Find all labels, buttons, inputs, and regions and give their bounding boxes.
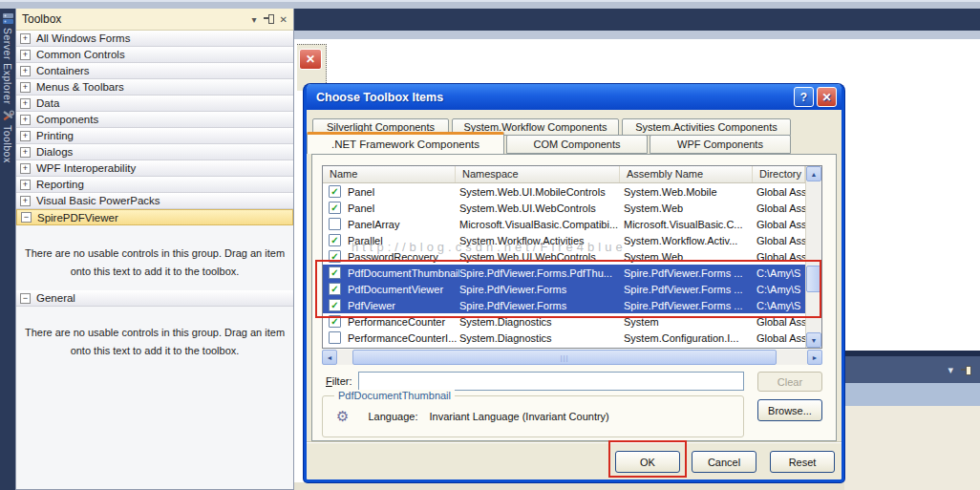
chevron-down-icon[interactable]: ▾ [948, 364, 953, 376]
toolbox-category-label: Reporting [36, 179, 84, 190]
cell-assembly: Spire.PdfViewer.Forms ... [624, 284, 756, 295]
toolbox-category-components[interactable]: +Components [16, 112, 293, 128]
browse-button[interactable]: Browse... [757, 399, 822, 421]
tab-wpf-components[interactable]: WPF Components [650, 135, 791, 154]
expand-icon[interactable]: + [20, 115, 31, 125]
table-row[interactable]: ✓PdfDocumentViewerSpire.PdfViewer.FormsS… [323, 281, 805, 297]
expand-icon[interactable]: + [20, 147, 31, 158]
toolbox-category-spirepdfviewer[interactable]: −SpirePDFViewer [16, 209, 293, 225]
column-header-namespace[interactable]: Namespace [456, 166, 620, 182]
toolbox-category-all-windows-forms[interactable]: +All Windows Forms [16, 31, 293, 47]
expand-icon[interactable]: + [20, 180, 31, 190]
toolbox-category-label: SpirePDFViewer [37, 212, 118, 224]
expand-icon[interactable]: + [20, 33, 31, 44]
window-top-strip [0, 0, 980, 9]
expand-icon[interactable]: + [20, 66, 31, 76]
filter-input[interactable] [358, 372, 744, 391]
scroll-left-icon[interactable]: ◄ [322, 350, 337, 365]
collapse-icon[interactable]: − [20, 293, 31, 304]
clear-button[interactable]: Clear [757, 372, 822, 392]
toolbox-category-visual-basic-powerpacks[interactable]: +Visual Basic PowerPacks [16, 193, 293, 209]
tab-com-components[interactable]: COM Components [506, 135, 648, 154]
column-header-name[interactable]: Name [323, 166, 456, 182]
sidebar-tab-toolbox[interactable]: Toolbox [2, 110, 14, 163]
close-icon[interactable]: ✕ [817, 87, 837, 107]
dialog-titlebar[interactable]: Choose Toolbox Items ? ✕ [307, 84, 842, 110]
toolbox-category-containers[interactable]: +Containers [16, 63, 293, 79]
checkbox-unchecked[interactable] [329, 331, 341, 344]
component-detail-title: PdfDocumentThumbnail [334, 390, 455, 401]
table-row[interactable]: PanelArrayMicrosoft.VisualBasic.Compatib… [323, 216, 805, 232]
expand-icon[interactable]: + [20, 50, 31, 60]
toolbox-category-menus-toolbars[interactable]: +Menus & Toolbars [16, 79, 293, 96]
cell-directory: Global Ass [756, 251, 805, 263]
help-icon[interactable]: ? [794, 87, 814, 107]
toolbox-panel: Toolbox ▾ ✕ +All Windows Forms+Common Co… [15, 9, 294, 490]
toolbox-category-printing[interactable]: +Printing [16, 128, 293, 144]
expand-icon[interactable]: + [20, 163, 31, 174]
cell-name: PerformanceCounter [348, 316, 459, 328]
ok-button[interactable]: OK [615, 451, 680, 473]
table-row[interactable]: ✓PdfViewerSpire.PdfViewer.FormsSpire.Pdf… [323, 297, 805, 313]
cell-directory: C:\Amy\S [756, 267, 805, 279]
sidebar-tab-server-explorer[interactable]: Server Explorer [2, 12, 14, 104]
vertical-scrollbar[interactable]: ▲ ▼ [805, 166, 821, 348]
horizontal-scroll-track[interactable]: ||| [337, 350, 807, 365]
table-row[interactable]: PerformanceCounterI...System.Diagnostics… [323, 330, 805, 346]
toolbox-category-dialogs[interactable]: +Dialogs [16, 144, 293, 160]
checkbox-checked[interactable]: ✓ [329, 299, 341, 311]
cell-name: Panel [348, 186, 459, 198]
net-framework-components-tabpage: NameNamespaceAssembly NameDirectory ✓Pan… [311, 154, 837, 441]
reset-button[interactable]: Reset [770, 451, 835, 473]
scroll-up-icon[interactable]: ▲ [806, 166, 821, 181]
cell-directory: Global Ass [756, 316, 805, 328]
toolbox-category-common-controls[interactable]: +Common Controls [16, 47, 293, 63]
table-row[interactable]: ✓PdfDocumentThumbnailSpire.PdfViewer.For… [323, 265, 805, 281]
table-row[interactable]: ✓PanelSystem.Web.UI.WebControlsSystem.We… [323, 200, 805, 216]
toolbox-category-data[interactable]: +Data [16, 96, 293, 112]
toolbox-icon [2, 110, 14, 122]
language-label: Language: [368, 411, 417, 422]
close-icon[interactable]: ✕ [280, 14, 288, 25]
checkbox-checked[interactable]: ✓ [329, 315, 341, 328]
scroll-right-icon[interactable]: ► [807, 350, 822, 365]
checkbox-unchecked[interactable] [329, 218, 341, 230]
right-panel-body [844, 406, 980, 490]
cell-assembly: System.Web [624, 202, 756, 214]
expand-icon[interactable]: + [20, 82, 31, 93]
ide-background-bar [294, 9, 980, 31]
toolbox-category-reporting[interactable]: +Reporting [16, 177, 293, 193]
toolbox-category-wpf-interoperability[interactable]: +WPF Interoperability [16, 160, 293, 177]
checkbox-checked[interactable]: ✓ [329, 202, 341, 214]
checkbox-checked[interactable]: ✓ [329, 283, 341, 295]
tab-system-activities-components[interactable]: System.Activities Components [622, 118, 791, 136]
checkbox-checked[interactable]: ✓ [329, 266, 341, 279]
right-panel-toolbar [844, 383, 980, 406]
pin-icon[interactable] [961, 365, 970, 374]
toolbox-category-label: Dialogs [36, 146, 73, 158]
checkbox-checked[interactable]: ✓ [329, 250, 341, 263]
expand-icon[interactable]: + [20, 196, 31, 206]
scroll-down-icon[interactable]: ▼ [806, 332, 821, 348]
horizontal-scrollbar[interactable]: ◄ ||| ► [322, 350, 822, 365]
pin-icon[interactable] [264, 13, 273, 23]
checkbox-checked[interactable]: ✓ [329, 234, 341, 246]
chevron-down-icon[interactable]: ▾ [252, 14, 257, 25]
vertical-scroll-thumb[interactable] [806, 266, 821, 292]
table-body: ✓PanelSystem.Web.UI.MobileControlsSystem… [323, 183, 805, 346]
table-row[interactable]: ✓PanelSystem.Web.UI.MobileControlsSystem… [323, 183, 805, 200]
cancel-button[interactable]: Cancel [692, 451, 756, 473]
tab--net-framework-components[interactable]: .NET Framework Components [307, 132, 504, 154]
form-close-icon[interactable]: ✕ [299, 49, 322, 70]
toolbox-category-general[interactable]: − General [16, 290, 293, 307]
checkbox-checked[interactable]: ✓ [329, 185, 341, 198]
expand-icon[interactable]: + [20, 98, 31, 109]
table-row[interactable]: ✓PerformanceCounterSystem.DiagnosticsSys… [323, 313, 805, 330]
vertical-scroll-track[interactable] [806, 181, 821, 332]
expand-icon[interactable]: + [20, 131, 31, 141]
cell-name: Panel [348, 202, 459, 214]
column-header-assembly-name[interactable]: Assembly Name [620, 166, 753, 182]
collapse-icon[interactable]: − [21, 212, 32, 223]
horizontal-scroll-thumb[interactable]: ||| [352, 350, 777, 365]
column-header-directory[interactable]: Directory [753, 166, 805, 182]
